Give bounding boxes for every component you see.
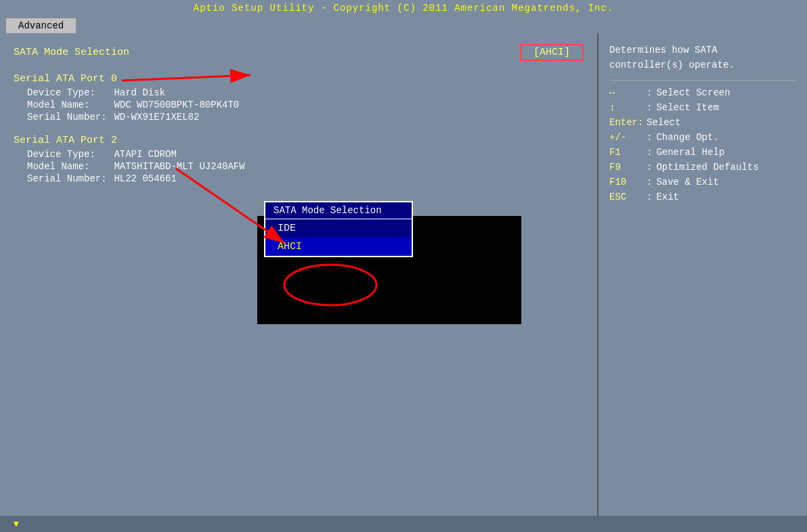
right-description: Determines how SATA controller(s) operat… — [609, 43, 796, 73]
help-row-4: F1 : General Help — [609, 147, 796, 158]
help-row-2: Enter: Select — [609, 117, 796, 128]
help-sep: : — [647, 87, 652, 98]
help-desc: Select Screen — [656, 87, 730, 98]
title-bar: Aptio Setup Utility - Copyright (C) 2011… — [0, 0, 807, 16]
help-row-3: +/- : Change Opt. — [609, 132, 796, 143]
help-desc: Select Item — [656, 102, 718, 113]
port-2-section: Serial ATA Port 2 Device Type: ATAPI CDR… — [14, 135, 584, 184]
help-sep: : — [647, 177, 652, 187]
bottom-bar: ▼ — [0, 516, 807, 532]
port-0-model-name: Model Name: WDC WD7500BPKT-80PK4T0 — [27, 99, 584, 110]
title-text: Aptio Setup Utility - Copyright (C) 2011… — [194, 3, 614, 14]
help-desc: Change Opt. — [656, 132, 718, 143]
help-key: Enter: — [609, 117, 647, 128]
help-desc: Exit — [656, 192, 679, 202]
help-desc: General Help — [656, 147, 724, 158]
help-row-6: F10 : Save & Exit — [609, 177, 796, 187]
help-row-0: ↔ : Select Screen — [609, 87, 796, 98]
help-sep: : — [647, 147, 652, 158]
help-desc: Select — [647, 117, 680, 128]
dropdown-title: SATA Mode Selection — [265, 202, 412, 219]
help-divider — [609, 80, 796, 81]
shortcuts-list: ↔ : Select Screen ↕ : Select Item Enter:… — [609, 87, 796, 202]
help-sep: : — [647, 132, 652, 143]
sata-mode-dropdown[interactable]: SATA Mode Selection IDE AHCI — [264, 201, 413, 257]
help-desc: Optimized Defaults — [656, 162, 758, 173]
sata-mode-row: SATA Mode Selection [AHCI] — [14, 44, 584, 61]
help-desc: Save & Exit — [656, 177, 718, 187]
tab-advanced[interactable]: Advanced — [5, 18, 77, 33]
help-row-1: ↕ : Select Item — [609, 102, 796, 113]
dropdown-option-ide[interactable]: IDE — [265, 219, 412, 238]
help-key: F1 — [609, 147, 647, 158]
dropdown-option-ahci[interactable]: AHCI — [265, 238, 412, 256]
port-0-device-type: Device Type: Hard Disk — [27, 87, 584, 98]
port-0-title: Serial ATA Port 0 — [14, 73, 584, 85]
main-layout: SATA Mode Selection [AHCI] Serial ATA Po… — [0, 33, 807, 526]
port-0-serial-number: Serial Number: WD-WX91E71XEL82 — [27, 112, 584, 123]
sata-mode-label: SATA Mode Selection — [14, 47, 466, 58]
help-key: ↔ — [609, 87, 647, 98]
help-key: ↕ — [609, 102, 647, 113]
right-panel: Determines how SATA controller(s) operat… — [597, 33, 807, 526]
port-2-model-name: Model Name: MATSHITABD-MLT UJ240AFW — [27, 161, 584, 172]
port-2-serial-number: Serial Number: HL22 054661 — [27, 173, 584, 184]
tab-bar: Advanced — [0, 16, 807, 33]
help-key: F9 — [609, 162, 647, 173]
bottom-indicator: ▼ — [14, 519, 19, 529]
help-sep: : — [647, 162, 652, 173]
port-2-device-type: Device Type: ATAPI CDROM — [27, 149, 584, 160]
help-sep: : — [647, 192, 652, 202]
help-row-7: ESC : Exit — [609, 192, 796, 202]
help-key: F10 — [609, 177, 647, 187]
help-key: +/- — [609, 132, 647, 143]
sata-mode-value[interactable]: [AHCI] — [520, 44, 584, 61]
help-sep: : — [647, 102, 652, 113]
help-row-5: F9 : Optimized Defaults — [609, 162, 796, 173]
help-key: ESC — [609, 192, 647, 202]
port-2-title: Serial ATA Port 2 — [14, 135, 584, 146]
port-0-section: Serial ATA Port 0 Device Type: Hard Disk… — [14, 73, 584, 123]
left-panel: SATA Mode Selection [AHCI] Serial ATA Po… — [0, 33, 597, 526]
